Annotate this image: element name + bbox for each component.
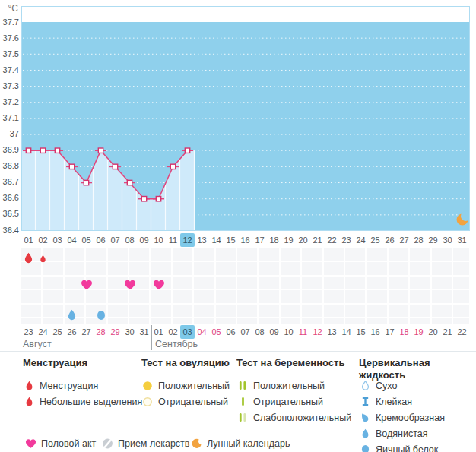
legend-item-label: Кремообразная	[376, 412, 445, 423]
cycle-day-cell[interactable]: 05	[79, 233, 94, 247]
calendar-date-cell[interactable]: 24	[36, 325, 50, 339]
calendar-date-cell[interactable]: 03	[180, 325, 195, 339]
menstruation-drop-icon	[23, 381, 35, 390]
calendar-date-cell[interactable]: 19	[411, 325, 426, 339]
calendar-date-cell[interactable]: 02	[166, 325, 180, 339]
cycle-day-cell[interactable]: 18	[267, 233, 281, 247]
cycle-day-cell[interactable]: 24	[354, 233, 368, 247]
temperature-point[interactable]	[156, 196, 160, 201]
legend-item-label: Водянистая	[376, 428, 428, 439]
cycle-day-cell[interactable]: 03	[50, 233, 65, 247]
y-axis-tick: 36.9	[0, 145, 19, 155]
cycle-day-cell[interactable]: 21	[310, 233, 325, 247]
y-axis-tick: 37	[0, 129, 19, 139]
cycle-day-cell[interactable]: 11	[166, 233, 180, 247]
calendar-date-cell[interactable]: 06	[224, 325, 238, 339]
calendar-date-cell[interactable]: 29	[108, 325, 122, 339]
calendar-date-cell[interactable]: 13	[325, 325, 339, 339]
spotting-drop-icon	[40, 252, 46, 266]
cycle-day-cell[interactable]: 12	[180, 233, 195, 247]
legend-item: Отрицательный	[236, 394, 351, 409]
cycle-day-cell[interactable]: 22	[325, 233, 339, 247]
cycle-day-cell[interactable]: 31	[455, 233, 469, 247]
legend-item: Прием лекарств	[101, 436, 189, 451]
cycle-day-cell[interactable]: 17	[252, 233, 267, 247]
cycle-day-cell[interactable]: 29	[426, 233, 440, 247]
calendar-date-cell[interactable]: 17	[382, 325, 397, 339]
temperature-point[interactable]	[170, 164, 175, 169]
cycle-day-cell[interactable]: 02	[36, 233, 50, 247]
calendar-date-cell[interactable]: 10	[281, 325, 296, 339]
temperature-point[interactable]	[26, 148, 30, 153]
temperature-point[interactable]	[113, 164, 117, 169]
intercourse-heart-icon	[24, 438, 36, 449]
cycle-day-cell[interactable]: 08	[122, 233, 137, 247]
temperature-point[interactable]	[40, 148, 45, 153]
cycle-day-cell[interactable]: 04	[65, 233, 79, 247]
temperature-point[interactable]	[84, 180, 88, 185]
temperature-point[interactable]	[185, 148, 189, 153]
cycle-day-cell[interactable]: 15	[224, 233, 238, 247]
cycle-day-cell[interactable]: 25	[368, 233, 382, 247]
calendar-date-cell[interactable]: 04	[195, 325, 209, 339]
temperature-plot[interactable]	[21, 6, 470, 231]
ovulation-positive-icon	[141, 381, 154, 391]
calendar-date-cell[interactable]: 28	[94, 325, 108, 339]
calendar-date-cell[interactable]: 01	[151, 325, 166, 339]
calendar-date-cell[interactable]: 18	[397, 325, 411, 339]
cycle-day-cell[interactable]: 10	[151, 233, 166, 247]
legend-item: Водянистая	[359, 425, 476, 441]
cycle-day-cell[interactable]: 23	[339, 233, 354, 247]
cycle-day-cell[interactable]: 26	[382, 233, 397, 247]
cycle-day-cell[interactable]: 19	[281, 233, 296, 247]
legend-item: Клейкая	[359, 394, 476, 409]
calendar-date-cell[interactable]: 09	[267, 325, 281, 339]
cycle-day-cell[interactable]: 16	[238, 233, 252, 247]
calendar-date-cell[interactable]: 16	[368, 325, 382, 339]
calendar-date-cell[interactable]: 11	[296, 325, 310, 339]
cycle-day-cell[interactable]: 09	[137, 233, 151, 247]
temperature-point[interactable]	[127, 180, 132, 185]
legend-item-label: Яичный белок	[376, 444, 438, 452]
calendar-date-cell[interactable]: 14	[339, 325, 354, 339]
calendar-date-cell[interactable]: 15	[354, 325, 368, 339]
legend-column: Тест на овуляциюПоложительныйОтрицательн…	[141, 357, 230, 409]
calendar-date-cell[interactable]: 23	[21, 325, 36, 339]
cycle-day-cell[interactable]: 13	[195, 233, 209, 247]
legend-item: Половой акт	[24, 436, 96, 451]
calendar-date-cell[interactable]: 21	[440, 325, 455, 339]
cycle-day-cell[interactable]: 30	[440, 233, 455, 247]
temperature-point[interactable]	[69, 164, 74, 169]
temperature-point[interactable]	[55, 148, 59, 153]
calendar-date-cell[interactable]: 07	[238, 325, 252, 339]
cycle-day-cell[interactable]: 06	[94, 233, 108, 247]
legend-section-title: Цервикальная жидкость	[359, 357, 476, 369]
calendar-date-cell[interactable]: 05	[209, 325, 224, 339]
calendar-date-cell[interactable]: 08	[252, 325, 267, 339]
calendar-date-cell[interactable]: 27	[79, 325, 94, 339]
cycle-day-cell[interactable]: 27	[397, 233, 411, 247]
y-axis-tick: 37.4	[0, 65, 19, 75]
calendar-date-cell[interactable]: 20	[426, 325, 440, 339]
legend-item-label: Отрицательный	[253, 397, 323, 407]
cycle-day-cell[interactable]: 28	[411, 233, 426, 247]
cycle-day-cell[interactable]: 01	[21, 233, 36, 247]
legend-item: Сухо	[359, 378, 476, 394]
y-axis-tick: 37.3	[0, 81, 19, 91]
cycle-day-cell[interactable]: 20	[296, 233, 310, 247]
temperature-point[interactable]	[98, 148, 103, 153]
y-axis-tick: 37.5	[0, 49, 19, 59]
cycle-day-cell[interactable]: 07	[108, 233, 122, 247]
calendar-date-cell[interactable]: 30	[122, 325, 137, 339]
temperature-point[interactable]	[141, 196, 146, 201]
calendar-date-cell[interactable]: 31	[137, 325, 151, 339]
cycle-day-cell[interactable]: 14	[209, 233, 224, 247]
legend-item-label: Прием лекарств	[118, 438, 189, 449]
calendar-date-cell[interactable]: 22	[455, 325, 469, 339]
calendar-date-cell[interactable]: 12	[310, 325, 325, 339]
y-axis-tick: 36.8	[0, 161, 19, 171]
month-label-september: Сентябрь	[155, 339, 198, 350]
y-axis-tick: 37.6	[0, 33, 19, 43]
calendar-date-cell[interactable]: 25	[50, 325, 65, 339]
calendar-date-cell[interactable]: 26	[65, 325, 79, 339]
